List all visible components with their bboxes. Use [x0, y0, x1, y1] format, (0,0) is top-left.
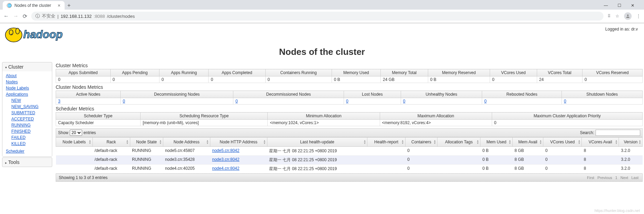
translate-icon[interactable]: ⠿: [608, 14, 611, 19]
column-header[interactable]: Containers▲▼: [405, 138, 437, 147]
sidebar-link-accepted[interactable]: ACCEPTED: [11, 116, 50, 122]
metrics-value: 0: [56, 76, 111, 83]
sidebar-link-running[interactable]: RUNNING: [11, 122, 50, 128]
sidebar-link-scheduler[interactable]: Scheduler: [6, 148, 50, 154]
search-input[interactable]: [596, 130, 640, 136]
pager-page[interactable]: 1: [615, 176, 617, 180]
sidebar-link-new[interactable]: NEW: [11, 97, 50, 104]
sidebar-link-applications[interactable]: Applications: [6, 91, 50, 97]
column-header[interactable]: Node Labels▲▼: [56, 138, 93, 147]
sidebar-link-nodes[interactable]: Nodes: [6, 79, 50, 85]
back-button[interactable]: ←: [3, 13, 9, 19]
url-box[interactable]: ⓘ 不安全 | 192.168.11.132:8088/cluster/node…: [31, 12, 603, 21]
page-length-select[interactable]: 20: [70, 130, 82, 136]
metrics-link[interactable]: 0: [484, 99, 487, 104]
column-header[interactable]: VCores Used▲▼: [543, 138, 582, 147]
column-header[interactable]: Mem Used▲▼: [480, 138, 513, 147]
table-cell-memavail: 8 GB: [512, 156, 543, 165]
sort-icon: ▲▼: [433, 140, 436, 144]
scheduler-metrics-table: Scheduler TypeScheduling Resource TypeMi…: [56, 112, 643, 126]
bookmark-icon[interactable]: ☆: [615, 14, 619, 19]
metrics-header: Minimum Allocation: [268, 112, 380, 120]
node-http-link[interactable]: node4.cn:8042: [212, 166, 239, 171]
metrics-link[interactable]: 0: [403, 99, 406, 104]
column-header[interactable]: VCores Avail▲▼: [582, 138, 619, 147]
metrics-header: Memory Reserved: [428, 69, 490, 76]
metrics-header: Active Nodes: [56, 91, 121, 98]
profile-avatar-icon[interactable]: [624, 12, 632, 20]
column-header[interactable]: Node State▲▼: [130, 138, 163, 147]
table-cell-alloc: [437, 165, 480, 174]
table-cell-memused: 0 B: [480, 147, 513, 156]
column-header[interactable]: Last health-update▲▼: [267, 138, 367, 147]
metrics-link[interactable]: 0: [346, 99, 348, 104]
metrics-link[interactable]: 3: [58, 99, 60, 104]
table-cell-alloc: [437, 147, 480, 156]
insecure-label: 不安全: [42, 13, 55, 19]
new-tab-button[interactable]: +: [65, 2, 73, 9]
table-cell-ver: 3.2.0: [619, 156, 643, 165]
svg-point-3: [15, 28, 19, 34]
table-cell-addr: node4.cn:40205: [163, 165, 210, 174]
metrics-value: 0: [110, 76, 159, 83]
pager-first[interactable]: First: [587, 176, 594, 180]
sidebar-head-tools[interactable]: Tools: [2, 158, 52, 167]
metrics-header: Decommissioned Nodes: [233, 91, 344, 98]
sidebar-link-node-labels[interactable]: Node Labels: [6, 85, 50, 91]
metrics-header: Memory Total: [381, 69, 428, 76]
minimize-button[interactable]: —: [601, 2, 611, 9]
table-cell-addr: node5.cn:45807: [163, 147, 210, 156]
close-window-button[interactable]: ✕: [628, 2, 637, 9]
metrics-header: Maximum Allocation: [380, 112, 492, 120]
maximize-button[interactable]: ☐: [615, 2, 624, 9]
sidebar-link-new-saving[interactable]: NEW_SAVING: [11, 104, 50, 110]
table-cell-http: node3.cn:8042: [210, 156, 267, 165]
pager-prev[interactable]: Previous: [597, 176, 612, 180]
menu-icon[interactable]: ⋮: [636, 14, 641, 19]
column-header[interactable]: Rack▲▼: [92, 138, 130, 147]
metrics-value: 0: [159, 76, 208, 83]
sidebar-link-about[interactable]: About: [6, 73, 50, 79]
table-cell-state: RUNNING: [130, 147, 163, 156]
pager-next[interactable]: Next: [621, 176, 629, 180]
section-title-cluster-metrics: Cluster Metrics: [56, 63, 643, 68]
sidebar-link-submitted[interactable]: SUBMITTED: [11, 110, 50, 116]
metrics-header: Apps Running: [159, 69, 208, 76]
sidebar-link-killed[interactable]: KILLED: [11, 141, 50, 147]
sidebar-link-finished[interactable]: FINISHED: [11, 128, 50, 134]
table-cell-rack: /default-rack: [92, 165, 130, 174]
table-cell-last: 星期一 七月 08 22:21:25 +0800 2019: [267, 165, 367, 174]
browser-tab[interactable]: 🌐 Nodes of the cluster ×: [3, 1, 65, 10]
pager-last[interactable]: Last: [631, 176, 639, 180]
node-http-link[interactable]: node3.cn:8042: [212, 157, 239, 162]
column-header[interactable]: Node HTTP Address▲▼: [210, 138, 267, 147]
table-cell-report: [367, 156, 405, 165]
forward-button[interactable]: →: [13, 13, 19, 19]
reload-button[interactable]: ⟳: [23, 13, 27, 20]
table-cell-vcavail: 8: [582, 156, 619, 165]
metrics-header: Shutdown Nodes: [562, 91, 643, 98]
metrics-link[interactable]: 0: [123, 99, 125, 104]
column-header[interactable]: Version▲▼: [619, 138, 643, 147]
column-header[interactable]: Allocation Tags▲▼: [437, 138, 480, 147]
metrics-value: 0: [401, 98, 482, 105]
table-cell-state: RUNNING: [130, 156, 163, 165]
column-header[interactable]: Mem Avail▲▼: [512, 138, 543, 147]
close-icon[interactable]: ×: [58, 3, 60, 8]
sidebar-link-failed[interactable]: FAILED: [11, 134, 50, 141]
metrics-header: Apps Pending: [110, 69, 159, 76]
table-cell-last: 星期一 七月 08 22:21:25 +0800 2019: [267, 156, 367, 165]
metrics-link[interactable]: 0: [564, 99, 566, 104]
table-row: /default-rackRUNNINGnode3.cn:35428node3.…: [56, 156, 643, 165]
metrics-header: Unhealthy Nodes: [401, 91, 482, 98]
sidebar-head-cluster[interactable]: Cluster: [2, 62, 52, 71]
node-http-link[interactable]: node5.cn:8042: [212, 148, 239, 153]
table-cell-labels: [56, 156, 93, 165]
column-header[interactable]: Health-report▲▼: [367, 138, 405, 147]
metrics-value: [memory-mb (unit=Mi), vcores]: [141, 120, 268, 126]
column-header[interactable]: Node Address▲▼: [163, 138, 210, 147]
table-row: /default-rackRUNNINGnode4.cn:40205node4.…: [56, 165, 643, 174]
metrics-link[interactable]: 0: [235, 99, 238, 104]
table-cell-memused: 0 B: [480, 156, 513, 165]
metrics-value: <memory:8192, vCores:4>: [380, 120, 492, 126]
